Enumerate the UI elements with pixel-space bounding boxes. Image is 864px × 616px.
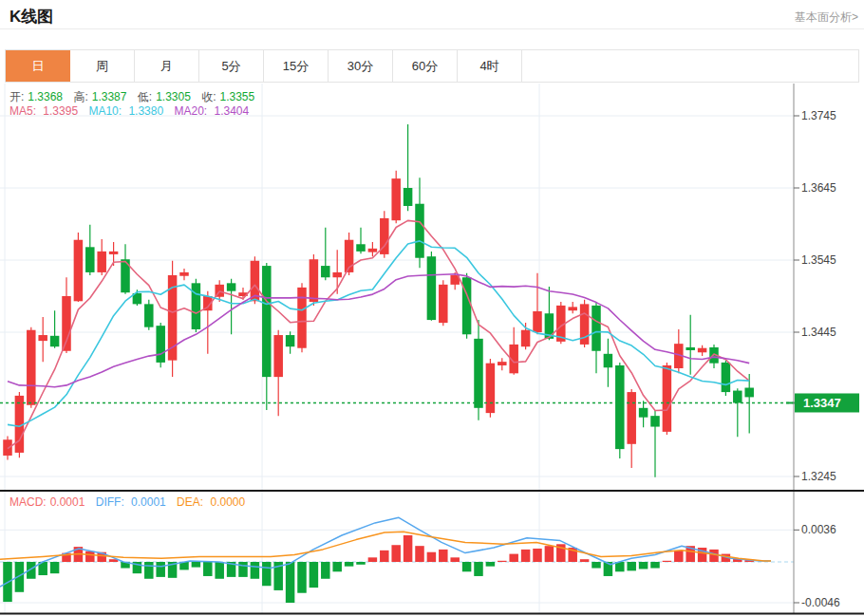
- candle-body: [404, 188, 413, 206]
- macd-bar: [439, 550, 448, 562]
- tab-2-周[interactable]: 周: [70, 50, 135, 82]
- macd-bar: [85, 551, 95, 562]
- macd-value: 0.0001: [50, 495, 85, 509]
- ma20-line: [8, 274, 749, 387]
- macd-bar: [486, 562, 496, 567]
- macd-bar: [533, 549, 542, 562]
- price-axis-labels: 1.37451.36451.35451.34451.32450.0036-0.0…: [794, 109, 840, 609]
- tab-4-5分[interactable]: 5分: [199, 50, 264, 82]
- header-divider: [0, 28, 864, 29]
- macd-row: MACD:0.0001 DIFF: 0.0001 DEA: 0.0000: [9, 495, 253, 509]
- low-value: 1.3305: [156, 90, 191, 103]
- macd-bar: [498, 561, 507, 562]
- candle-body: [273, 335, 283, 377]
- macd-bar: [474, 562, 483, 576]
- macd-bar: [521, 550, 531, 562]
- candle-body: [85, 247, 95, 272]
- ma5-label: MA5:: [9, 104, 36, 118]
- ohlc-row: 开:1.3368 高:1.3387 低:1.3305 收:1.3355: [9, 89, 262, 105]
- candle-body: [474, 339, 483, 408]
- macd-bar: [262, 562, 272, 586]
- candle-body: [332, 272, 342, 277]
- candle-body: [722, 363, 731, 392]
- tab-3-月[interactable]: 月: [135, 50, 199, 82]
- candle-body: [615, 365, 625, 449]
- high-label: 高:: [73, 90, 87, 103]
- candle-body: [192, 283, 201, 329]
- macd-bar: [462, 562, 472, 571]
- candle-body: [50, 336, 60, 346]
- macd-bar: [215, 562, 224, 579]
- candle-body: [144, 304, 154, 327]
- macd-bar: [156, 562, 165, 577]
- candle-body: [321, 266, 330, 277]
- candle-body: [156, 326, 165, 363]
- tab-6-30分[interactable]: 30分: [329, 50, 393, 82]
- macd-bar: [450, 557, 460, 562]
- candle-body: [286, 335, 295, 346]
- candle-body: [604, 354, 613, 367]
- candle-body: [179, 272, 189, 276]
- candle-body: [698, 348, 707, 353]
- period-tab-bar: 日周月5分15分30分60分4时: [5, 49, 859, 83]
- macd-bar: [332, 562, 342, 571]
- axis-tick-label: 0.0036: [801, 523, 836, 536]
- current-price-marker: 1.3347: [0, 393, 859, 412]
- candle-body: [686, 347, 695, 350]
- ma10-line: [8, 241, 749, 426]
- macd-bar: [427, 552, 437, 562]
- candle-body: [38, 335, 47, 341]
- macd-bar: [297, 562, 307, 593]
- ma5-value: 1.3395: [43, 104, 78, 118]
- candle-body: [733, 391, 742, 403]
- close-label: 收:: [201, 90, 216, 103]
- macd-bar: [650, 562, 660, 569]
- macd-bar: [192, 562, 201, 568]
- macd-bar: [251, 562, 260, 579]
- candle-body: [368, 249, 378, 252]
- candle-body: [427, 256, 437, 320]
- ma10-label: MA10:: [88, 104, 122, 118]
- candle-body: [109, 252, 119, 254]
- tab-7-60分[interactable]: 60分: [393, 50, 458, 82]
- macd-bar: [345, 562, 354, 567]
- axes: [0, 84, 864, 614]
- axis-tick-label: 1.3745: [801, 109, 836, 122]
- macd-bar: [509, 554, 518, 562]
- tab-1-日[interactable]: 日: [6, 50, 70, 82]
- ma5-line: [8, 220, 749, 448]
- macd-bar: [639, 562, 648, 569]
- page-title: K线图: [9, 6, 53, 28]
- fundamental-analysis-link[interactable]: 基本面分析>: [795, 9, 858, 26]
- candle-body: [27, 330, 36, 405]
- candle-body: [663, 365, 672, 432]
- macd-bar: [50, 562, 60, 573]
- candle-body: [744, 388, 754, 398]
- dea-label: DEA:: [177, 495, 203, 509]
- diff-label: DIFF:: [96, 495, 124, 509]
- candle-body: [498, 362, 507, 365]
- ma20-value: 1.3404: [215, 104, 250, 118]
- macd-bar: [368, 557, 378, 562]
- ma10-value: 1.3380: [128, 104, 163, 118]
- macd-bar: [144, 562, 154, 579]
- candle-body: [391, 178, 401, 220]
- candle-body: [310, 259, 319, 302]
- macd-bar: [391, 545, 401, 562]
- open-value: 1.3368: [28, 90, 63, 103]
- macd-bar: [580, 559, 590, 562]
- high-value: 1.3387: [92, 90, 127, 103]
- axis-tick-label: 1.3545: [801, 253, 836, 267]
- candle-body: [521, 330, 531, 346]
- macd-bar: [238, 562, 248, 577]
- macd-bar: [321, 562, 330, 579]
- macd-bar: [415, 546, 424, 562]
- tab-8-4时[interactable]: 4时: [458, 50, 522, 82]
- macd-bar: [203, 562, 213, 576]
- candle-body: [415, 204, 424, 258]
- ma-lines: [8, 220, 749, 448]
- candle-body: [592, 306, 601, 351]
- tab-5-15分[interactable]: 15分: [264, 50, 329, 82]
- ma-row: MA5: 1.3395 MA10: 1.3380 MA20: 1.3404: [9, 104, 256, 118]
- axis-tick-label: -0.0046: [801, 596, 840, 609]
